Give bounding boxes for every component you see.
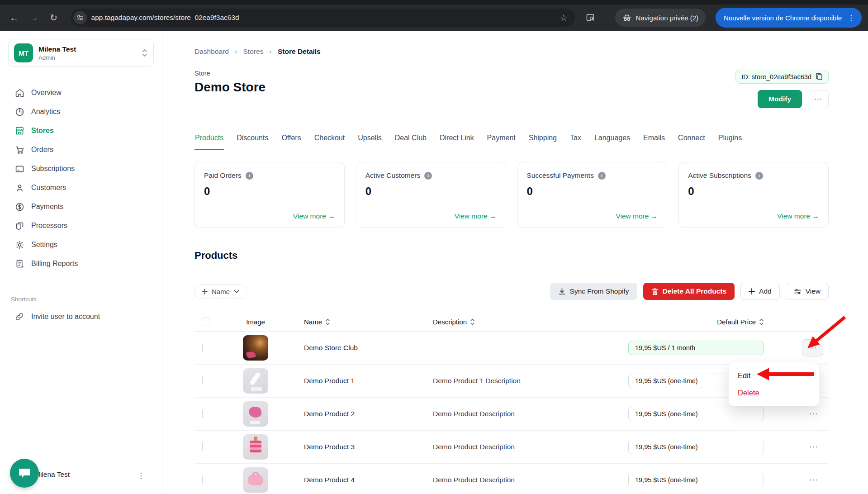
trash-icon [651, 288, 659, 295]
tab-tax[interactable]: Tax [569, 134, 582, 150]
sidebar-item-orders[interactable]: Orders [8, 140, 154, 159]
product-name: Demo Product 1 [285, 377, 414, 385]
view-options-button[interactable]: View [786, 283, 829, 300]
row-checkbox[interactable] [202, 343, 203, 352]
screen-search-icon[interactable] [586, 13, 595, 22]
select-all-checkbox[interactable] [202, 318, 210, 326]
copy-icon[interactable] [816, 73, 823, 81]
sidebar-item-label: Stores [31, 127, 54, 135]
site-settings-icon[interactable] [73, 11, 87, 24]
breadcrumb-dashboard[interactable]: Dashboard [194, 48, 229, 56]
store-id-text: ID: store_02ea9f3ac63d [741, 73, 811, 81]
info-icon[interactable]: i [598, 172, 606, 180]
sidebar-item-customers[interactable]: Customers [8, 178, 154, 197]
header-more-button[interactable]: ··· [808, 90, 829, 108]
info-icon[interactable]: i [424, 172, 432, 180]
price-pill[interactable]: 19,95 $US (one-time) [628, 407, 764, 421]
column-name[interactable]: Name [285, 318, 414, 326]
column-description[interactable]: Description [414, 318, 608, 326]
table-row[interactable]: Demo Product 3 Demo Product Description … [194, 431, 829, 464]
chrome-update-button[interactable]: Nouvelle version de Chrome disponible ⋮ [716, 8, 862, 28]
name-filter-chip[interactable]: Name [194, 284, 247, 299]
delete-all-products-button[interactable]: Delete All Products [643, 283, 735, 300]
card-icon [14, 164, 24, 174]
row-menu-button[interactable]: ··· [805, 473, 823, 487]
tab-direct-link[interactable]: Direct Link [439, 134, 474, 150]
table-row[interactable]: Demo Store Club 19,95 $US / 1 month ··· [194, 332, 829, 365]
download-icon [558, 288, 566, 295]
view-more-link[interactable]: View more → [688, 206, 819, 220]
sidebar-item-payments[interactable]: Payments [8, 197, 154, 216]
row-checkbox[interactable] [202, 475, 203, 484]
store-id-badge[interactable]: ID: store_02ea9f3ac63d [735, 70, 829, 84]
footer-menu-icon[interactable]: ⋮ [137, 471, 145, 480]
delete-all-label: Delete All Products [663, 287, 727, 295]
tab-shipping[interactable]: Shipping [528, 134, 557, 150]
row-menu-button[interactable]: ··· [805, 440, 823, 454]
row-menu-button[interactable]: ··· [802, 339, 823, 356]
row-checkbox[interactable] [202, 442, 203, 451]
add-product-button[interactable]: Add [740, 283, 780, 300]
breadcrumb: Dashboard › Stores › Store Details [194, 47, 829, 56]
sidebar-item-billing-reports[interactable]: Billing Reports [8, 254, 154, 273]
chat-widget-button[interactable] [10, 459, 39, 488]
chevron-updown-icon [142, 48, 148, 57]
bookmark-star-icon[interactable]: ☆ [557, 13, 570, 23]
context-menu-edit[interactable]: Edit [729, 367, 819, 384]
tab-offers[interactable]: Offers [281, 134, 301, 150]
sidebar-item-processors[interactable]: Processors [8, 216, 154, 235]
tab-discounts[interactable]: Discounts [236, 134, 269, 150]
tab-plugins[interactable]: Plugins [718, 134, 742, 150]
address-bar[interactable]: app.tagadapay.com/stores/store_02ea9f3ac… [71, 9, 575, 27]
chevron-right-icon: › [269, 47, 272, 56]
product-description: Demo Product 1 Description [414, 377, 608, 385]
tab-connect[interactable]: Connect [678, 134, 706, 150]
stat-label: Successful Payments [527, 171, 594, 180]
row-menu-button[interactable]: ··· [805, 407, 823, 421]
tab-payment[interactable]: Payment [487, 134, 516, 150]
account-role: Admin [38, 54, 76, 61]
forward-button[interactable]: → [26, 10, 42, 25]
column-default-price[interactable]: Default Price [608, 318, 764, 326]
info-icon[interactable]: i [755, 172, 763, 180]
price-pill[interactable]: 19,95 $US (one-time) [628, 473, 764, 487]
sidebar-item-settings[interactable]: Settings [8, 235, 154, 254]
store-eyebrow: Store [194, 70, 266, 77]
row-checkbox[interactable] [202, 376, 203, 385]
view-more-link[interactable]: View more → [204, 206, 335, 220]
breadcrumb-stores[interactable]: Stores [243, 48, 264, 56]
modify-button[interactable]: Modify [758, 90, 802, 108]
tab-languages[interactable]: Languages [594, 134, 631, 150]
reload-button[interactable]: ↻ [46, 10, 62, 25]
account-name: Milena Test [38, 45, 76, 53]
view-more-link[interactable]: View more → [527, 206, 658, 220]
tab-emails[interactable]: Emails [643, 134, 665, 150]
tab-bar: Products Discounts Offers Checkout Upsel… [194, 134, 829, 150]
row-checkbox[interactable] [202, 409, 203, 418]
browser-toolbar: ← → ↻ app.tagadapay.com/stores/store_02e… [0, 5, 868, 31]
tab-products[interactable]: Products [194, 134, 224, 150]
product-description: Demo Product Description [414, 410, 608, 418]
chrome-menu-icon[interactable]: ⋮ [844, 13, 858, 23]
account-switcher[interactable]: MT Milena Test Admin [8, 39, 154, 67]
info-icon[interactable]: i [246, 172, 253, 180]
plus-icon [749, 288, 755, 294]
sidebar-item-overview[interactable]: Overview [8, 83, 154, 102]
context-menu-delete[interactable]: Delete [729, 384, 819, 401]
stat-card-active-customers: Active Customersi 0 View more → [356, 162, 506, 228]
sync-from-shopify-button[interactable]: Sync From Shopify [550, 283, 637, 300]
url-text[interactable]: app.tagadapay.com/stores/store_02ea9f3ac… [91, 14, 553, 22]
back-button[interactable]: ← [6, 10, 22, 25]
tab-deal-club[interactable]: Deal Club [394, 134, 427, 150]
sidebar-item-subscriptions[interactable]: Subscriptions [8, 159, 154, 178]
tab-upsells[interactable]: Upsells [357, 134, 382, 150]
invite-user-link[interactable]: Invite user to account [8, 307, 154, 326]
price-pill[interactable]: 19,95 $US (one-time) [628, 440, 764, 454]
view-more-link[interactable]: View more → [365, 206, 497, 220]
tab-checkout[interactable]: Checkout [314, 134, 346, 150]
sidebar-item-stores[interactable]: Stores [8, 121, 154, 140]
table-row[interactable]: Demo Product 4 Demo Product Description … [194, 464, 829, 494]
sidebar-item-analytics[interactable]: Analytics [8, 102, 154, 121]
price-pill[interactable]: 19,95 $US / 1 month [628, 341, 764, 355]
incognito-badge[interactable]: Navigation privée (2) [615, 9, 706, 27]
